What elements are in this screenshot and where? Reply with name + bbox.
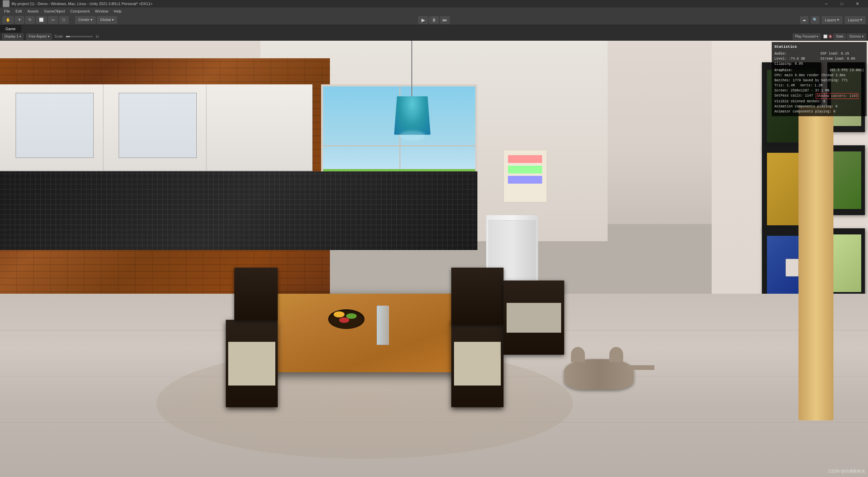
cabinet-glass-2	[119, 93, 197, 158]
cabinet-divider-2	[206, 84, 206, 171]
lamp-glow	[399, 131, 426, 140]
note-1	[508, 155, 542, 163]
stats-audio-col: Audio: Level: -74.6 dB Clipping: 0.0%	[774, 51, 818, 66]
title-bar: My project (1) - Demo - Windows, Mac, Li…	[0, 0, 868, 7]
play-focused-button[interactable]: Play Focused▾	[793, 34, 821, 40]
scene-render: Statistics Audio: Level: -74.6 dB Clippi…	[0, 41, 868, 477]
rotate-tool-button[interactable]: ↻	[25, 16, 35, 24]
stats-dsp-col: DSP load: 0.1% Stream load: 0.0%	[821, 51, 864, 66]
stats-setpass: SetPass calls: 1147	[774, 93, 813, 99]
pivot-global-button[interactable]: Global ▾	[97, 16, 117, 24]
backsplash-tiles	[0, 171, 477, 250]
light-switch	[786, 259, 798, 276]
scale-value: 1x	[96, 35, 99, 38]
stats-setpass-row: SetPass calls: 1147 Shadow casters: 1103	[774, 93, 864, 99]
note-3	[508, 176, 542, 184]
lamp-cord	[411, 41, 412, 103]
maximize-button[interactable]: □	[834, 0, 850, 7]
rect-tool-button[interactable]: ▭	[48, 16, 58, 24]
cat-ear-right	[609, 347, 623, 362]
stats-title: Statistics	[774, 44, 864, 50]
move-tool-button[interactable]: ✛	[15, 16, 24, 24]
cabinet-glass-1	[16, 93, 94, 158]
toolbar-left-tools: ✋ ✛ ↻ ⬜ ▭ ⬡ Center ▾ Global ▾	[3, 16, 117, 24]
stats-cpu: CPU: main 9.8ms render thread 3.8ms	[774, 73, 864, 78]
hand-tool-button[interactable]: ✋	[3, 16, 14, 24]
main-toolbar: ✋ ✛ ↻ ⬜ ▭ ⬡ Center ▾ Global ▾ ▶ ⏸ ⏭ ☁ 🔍 …	[0, 15, 868, 25]
menu-help[interactable]: Help	[111, 8, 124, 14]
stats-audio-clipping: Clipping: 0.0%	[774, 61, 818, 66]
stats-button[interactable]: Stats	[833, 34, 846, 40]
scale-slider[interactable]	[66, 36, 93, 37]
mute-audio-label: 🔇	[828, 35, 832, 38]
display-dropdown[interactable]: Display 1▾	[2, 34, 23, 40]
orange-fruit	[334, 311, 344, 317]
toolbar-playback-controls: ▶ ⏸ ⏭	[418, 16, 450, 24]
search-icon-button[interactable]: 🔍	[811, 16, 819, 24]
pivot-center-button[interactable]: Center ▾	[75, 16, 96, 24]
dining-table	[243, 294, 486, 372]
stats-graphics-header: Graphics: 101.5 FPS (9.8ms)	[774, 68, 864, 73]
lamp-shade	[394, 96, 431, 134]
aspect-dropdown[interactable]: Free Aspect▾	[26, 34, 52, 40]
menu-edit[interactable]: Edit	[13, 8, 25, 14]
stats-audio-label: Audio:	[774, 51, 818, 56]
game-bar: Display 1▾ Free Aspect▾ Scale 1x Play Fo…	[0, 33, 868, 41]
transform-tool-button[interactable]: ⬡	[59, 16, 68, 24]
chair-back-left	[234, 268, 278, 320]
fridge-notes	[504, 150, 547, 202]
chair-seat-side	[507, 303, 561, 333]
upper-cabinets-left	[0, 84, 313, 172]
pause-button[interactable]: ⏸	[429, 16, 439, 24]
tab-game[interactable]: Game	[0, 25, 21, 33]
chair-side	[504, 281, 564, 355]
stats-audio-section: Audio: Level: -74.6 dB Clipping: 0.0% DS…	[774, 51, 864, 66]
note-2	[508, 166, 542, 173]
gizmos-button[interactable]: Gizmos▾	[847, 34, 866, 40]
chair-back-right	[451, 268, 504, 324]
stats-tris: Tris: 1.4M	[774, 83, 795, 88]
layout-dropdown[interactable]: Layout ▾	[845, 16, 865, 24]
stats-shadow-casters: Shadow casters: 1103	[816, 93, 859, 99]
maximize-on-play-label: ⬜	[823, 35, 827, 38]
stats-visible-skinned: Visible skinned meshes: 0	[774, 99, 864, 104]
chair-front-left	[226, 320, 278, 407]
chair-seat-fr	[454, 342, 501, 386]
play-button[interactable]: ▶	[418, 16, 428, 24]
stats-screen: Screen: 2560x1287 - 37.1 MB	[774, 88, 864, 93]
stats-animation-playing: Animation components playing: 0	[774, 104, 864, 109]
cat	[564, 359, 634, 390]
stats-verts: Verts: 1.2M	[800, 83, 823, 88]
scale-label: Scale	[55, 35, 63, 38]
apple-red	[339, 317, 349, 323]
chair-front-right	[451, 320, 504, 407]
stats-fps: 101.5 FPS (9.8ms)	[829, 68, 864, 73]
chair-seat-fl	[228, 342, 275, 386]
step-button[interactable]: ⏭	[440, 16, 450, 24]
menu-assets[interactable]: Assets	[25, 8, 41, 14]
stats-tris-verts: Tris: 1.4M Verts: 1.2M	[774, 83, 864, 88]
close-button[interactable]: ✕	[850, 0, 865, 7]
cat-ear-left	[571, 347, 585, 362]
stats-batches: Batches: 1779 Saved by batching: 771	[774, 78, 864, 83]
menu-component[interactable]: Component	[67, 8, 92, 14]
stats-dsp-load: DSP load: 0.1%	[821, 51, 864, 56]
menu-gameobject[interactable]: GameObject	[41, 8, 68, 14]
title-text: My project (1) - Demo - Windows, Mac, Li…	[12, 2, 153, 6]
titlebar-left: My project (1) - Demo - Windows, Mac, Li…	[3, 0, 153, 7]
menu-window[interactable]: Window	[92, 8, 111, 14]
menu-file[interactable]: File	[1, 8, 13, 14]
menu-bar: File Edit Assets GameObject Component Wi…	[0, 7, 868, 15]
unity-logo-icon	[3, 0, 9, 7]
stats-graphics-label: Graphics:	[774, 68, 793, 73]
scale-tool-button[interactable]: ⬜	[36, 16, 47, 24]
titlebar-controls[interactable]: ─ □ ✕	[818, 0, 865, 7]
pendant-lamp	[391, 41, 434, 137]
layers-dropdown[interactable]: Layers ▾	[822, 16, 842, 24]
toolbar-right-controls: ☁ 🔍 Layers ▾ Layout ▾	[800, 16, 865, 24]
game-viewport: Statistics Audio: Level: -74.6 dB Clippi…	[0, 41, 868, 477]
water-bottle	[377, 306, 389, 345]
minimize-button[interactable]: ─	[818, 0, 834, 7]
collab-icon-button[interactable]: ☁	[800, 16, 808, 24]
stats-graphics-section: Graphics: 101.5 FPS (9.8ms) CPU: main 9.…	[774, 68, 864, 114]
